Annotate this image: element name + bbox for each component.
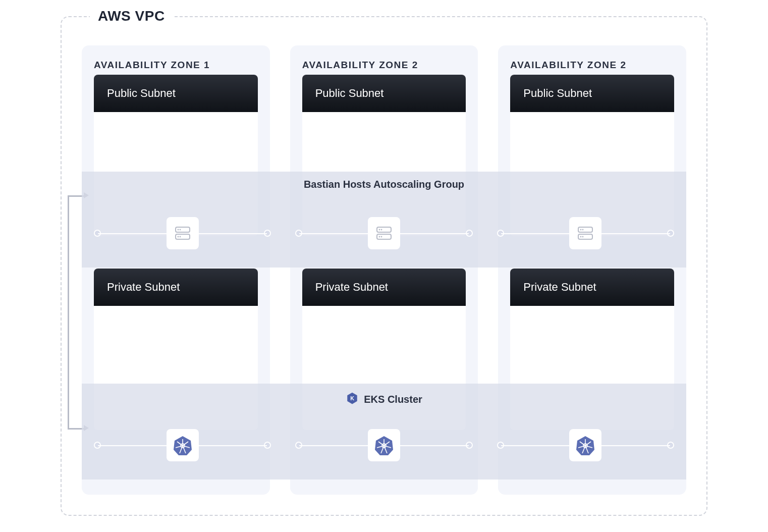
private-subnet-body xyxy=(302,306,466,430)
arrow-to-bastion xyxy=(68,195,86,197)
public-subnet: Public Subnet xyxy=(94,75,258,236)
zone-title: AVAILABILITY ZONE 2 xyxy=(510,60,674,71)
availability-zone-1: AVAILABILITY ZONE 1 Public Subnet Privat… xyxy=(82,45,270,495)
private-subnet-header: Private Subnet xyxy=(510,269,674,306)
private-subnet: Private Subnet xyxy=(510,269,674,430)
arrow-to-eks-head xyxy=(84,425,89,431)
zone-title: AVAILABILITY ZONE 1 xyxy=(94,60,258,71)
availability-zone-3: AVAILABILITY ZONE 2 Public Subnet Privat… xyxy=(498,45,686,495)
public-subnet-body xyxy=(94,112,258,236)
public-subnet-header: Public Subnet xyxy=(94,75,258,112)
arrow-to-eks xyxy=(68,428,86,430)
availability-zone-2: AVAILABILITY ZONE 2 Public Subnet Privat… xyxy=(290,45,478,495)
public-subnet-header: Public Subnet xyxy=(302,75,466,112)
private-subnet: Private Subnet xyxy=(94,269,258,430)
arrow-to-bastion-head xyxy=(84,192,89,198)
private-subnet: Private Subnet xyxy=(302,269,466,430)
zones-row: AVAILABILITY ZONE 1 Public Subnet Privat… xyxy=(82,45,686,495)
connector-line xyxy=(68,197,69,429)
public-subnet: Public Subnet xyxy=(302,75,466,236)
private-subnet-body xyxy=(510,306,674,430)
public-subnet-body xyxy=(302,112,466,236)
aws-vpc-container: AWS VPC AVAILABILITY ZONE 1 Public Subne… xyxy=(61,16,707,516)
public-subnet-body xyxy=(510,112,674,236)
public-subnet-header: Public Subnet xyxy=(510,75,674,112)
private-subnet-header: Private Subnet xyxy=(94,269,258,306)
public-subnet: Public Subnet xyxy=(510,75,674,236)
zone-title: AVAILABILITY ZONE 2 xyxy=(302,60,466,71)
private-subnet-body xyxy=(94,306,258,430)
vpc-title: AWS VPC xyxy=(90,8,173,24)
private-subnet-header: Private Subnet xyxy=(302,269,466,306)
